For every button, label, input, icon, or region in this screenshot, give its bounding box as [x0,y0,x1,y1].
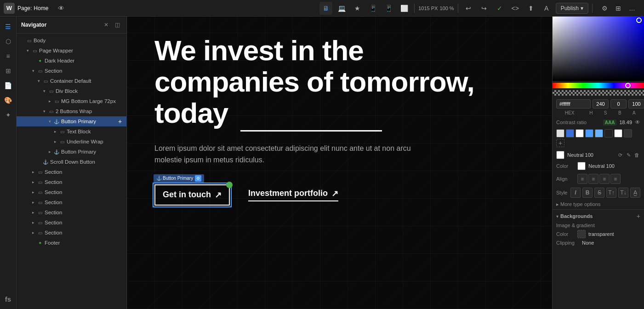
investment-portfolio-button[interactable]: Investment portfolio ↗ [248,189,338,201]
assets-icon[interactable]: ≡ [2,50,15,63]
tree-arrow-icon[interactable]: ▸ [47,149,52,154]
tree-arrow-icon[interactable]: ▸ [30,210,36,215]
tree-arrow-icon[interactable]: ▾ [41,109,47,114]
styles-icon[interactable]: 🎨 [2,94,15,107]
redo-button[interactable]: ↪ [478,2,490,15]
interactions-icon[interactable]: ✦ [2,109,15,121]
tree-arrow-icon[interactable]: ▸ [30,179,36,185]
collapse-navigator-icon[interactable]: ◫ [113,20,122,29]
bold-button[interactable]: B [582,188,593,198]
swatch-1[interactable] [566,129,574,137]
tree-item[interactable]: ▸▭Section [17,207,126,217]
font-icon[interactable]: A [540,2,553,15]
tree-item[interactable]: ▸▭MG Bottom Large 72px [17,96,126,106]
tree-arrow-icon[interactable]: ▾ [30,68,36,74]
color-picker-handle[interactable] [636,17,642,23]
backgrounds-collapse-icon[interactable]: ▾ [556,214,559,219]
tree-item[interactable]: ▾▭2 Buttons Wrap+ [17,106,126,116]
subscript-button[interactable]: T↓ [618,188,628,198]
grid-icon[interactable]: ⊞ [612,2,625,15]
tree-arrow-icon[interactable]: ▾ [41,88,47,94]
tree-arrow-icon[interactable] [19,38,25,43]
tree-item[interactable]: ▸▭Section [17,197,126,207]
superscript-button[interactable]: T↑ [606,188,616,198]
tree-item[interactable]: ▸⚓Button Primary+ [17,147,126,157]
tree-item[interactable]: ✦Dark Header [17,56,126,66]
contrast-eye-icon[interactable]: 👁 [635,119,640,126]
export-icon[interactable]: ⬆ [524,2,537,15]
tree-item[interactable]: ▸▭Underline Wrap [17,137,126,147]
tree-arrow-icon[interactable] [30,240,36,246]
get-in-touch-button[interactable]: Get in touch ↗ [154,184,230,206]
align-center-button[interactable]: ≡ [588,174,598,184]
tree-arrow-icon[interactable]: ▾ [25,48,30,53]
swatch-5[interactable] [604,129,613,137]
color-hue-handle[interactable] [625,83,631,88]
pages-icon[interactable]: 📄 [2,79,15,92]
color-alpha-slider[interactable] [553,90,644,96]
tree-arrow-icon[interactable] [30,58,36,63]
cms-icon[interactable]: ⊞ [2,64,15,77]
swatch-0[interactable] [556,129,564,137]
tree-arrow-icon[interactable]: ▸ [30,200,36,205]
tree-arrow-icon[interactable]: ▸ [30,230,36,235]
other-device-icon[interactable]: ⬜ [398,2,410,15]
tree-item[interactable]: ▸▭Section [17,177,126,187]
undo-button[interactable]: ↩ [462,2,475,15]
tree-item[interactable]: ▸▭Section [17,217,126,228]
close-navigator-icon[interactable]: ✕ [102,20,111,29]
align-justify-button[interactable]: ≡ [610,174,621,184]
tree-arrow-icon[interactable]: ▸ [52,139,58,144]
s-input[interactable] [610,99,627,109]
laptop-icon[interactable]: 💻 [335,2,348,15]
navigator-icon[interactable]: ☰ [2,20,15,33]
hex-input[interactable] [556,99,591,109]
align-left-button[interactable]: ≡ [577,174,587,184]
h-input[interactable] [593,99,609,109]
desktop-icon[interactable]: 🖥 [319,2,332,15]
add-child-button[interactable]: + [116,118,124,125]
type-icon[interactable]: fs [2,292,15,305]
tree-item[interactable]: ▾⚓Button Primary+ [17,116,126,126]
components-icon[interactable]: ⬡ [2,35,15,48]
tree-arrow-icon[interactable] [36,159,41,165]
color-hue-slider[interactable] [553,83,644,88]
code-icon[interactable]: <> [509,2,522,15]
decoration-button[interactable]: A̲ [630,188,640,198]
b-input[interactable] [628,99,644,109]
star-icon[interactable]: ★ [351,2,364,15]
tree-item[interactable]: ▾▭Page Wrapper [17,46,126,56]
swatch-2[interactable] [576,129,584,137]
saved-color-swatch[interactable] [556,151,564,159]
eye-icon[interactable]: 👁 [55,2,68,15]
align-right-button[interactable]: ≡ [599,174,610,184]
tree-arrow-icon[interactable]: ▾ [47,119,52,124]
tree-item[interactable]: ▸▭Text Block [17,126,126,137]
color-gradient-picker[interactable] [553,17,644,81]
tree-item[interactable]: ▾▭Div Block [17,86,126,96]
tree-item[interactable]: ⚓Scroll Down Button+ [17,157,126,167]
more-type-options[interactable]: ▸ More type options [553,200,644,209]
tree-arrow-icon[interactable]: ▸ [30,220,36,225]
tree-arrow-icon[interactable]: ▾ [36,78,41,84]
color-property-swatch[interactable] [577,162,586,170]
tablet-icon[interactable]: 📱 [366,2,379,15]
tree-item[interactable]: ▾▭Container Default [17,76,126,86]
swatch-6[interactable] [614,129,622,137]
italic-button[interactable]: I [570,188,581,198]
tree-item[interactable]: ✦Footer [17,238,126,248]
publish-button[interactable]: Publish ▾ [556,3,588,14]
tree-arrow-icon[interactable]: ▸ [52,129,58,134]
tree-item[interactable]: ▭Body [17,35,126,46]
swatch-7[interactable] [624,129,632,137]
element-gear-icon[interactable]: ⚙ [195,175,201,182]
bg-color-swatch[interactable] [577,230,586,238]
delete-icon[interactable]: 🗑 [633,151,640,159]
tree-item[interactable]: ▸▭Section [17,228,126,238]
add-background-button[interactable]: + [637,212,640,220]
tree-item[interactable]: ▾▭Section+ [17,66,126,76]
tree-item[interactable]: ▸▭Section [17,187,126,197]
edit-icon[interactable]: ✎ [625,151,632,159]
sync-icon[interactable]: ⟳ [616,151,624,159]
more-icon[interactable]: … [626,2,638,15]
